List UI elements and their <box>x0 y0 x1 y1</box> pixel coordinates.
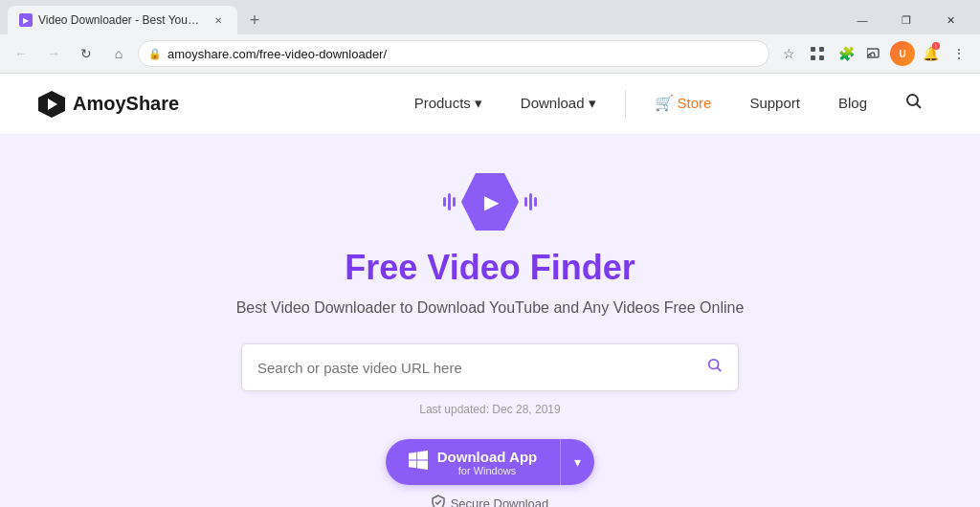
download-button-group: Download App for Windows ▾ <box>386 439 594 485</box>
hero-icon-group: ▶ <box>443 173 537 231</box>
search-icon <box>905 93 923 113</box>
tab-favicon: ▶ <box>19 13 33 27</box>
browser-chrome: ▶ Video Downloader - Best YouTu... ✕ + —… <box>0 0 980 74</box>
tab-close-button[interactable]: ✕ <box>211 12 226 28</box>
search-submit-icon[interactable] <box>707 358 723 377</box>
wave-bar-5 <box>529 193 532 210</box>
products-arrow-icon: ▾ <box>475 95 482 112</box>
wave-left <box>443 193 456 210</box>
search-bar[interactable] <box>241 343 739 391</box>
nav-separator <box>625 90 626 119</box>
support-label: Support <box>749 95 800 111</box>
download-arrow-icon: ▾ <box>589 95 596 112</box>
logo-text: AmoyShare <box>73 93 179 115</box>
svg-line-9 <box>917 104 922 109</box>
store-label: Store <box>678 95 712 111</box>
menu-icon[interactable]: ⋮ <box>946 40 972 67</box>
wave-bar-2 <box>448 193 451 210</box>
store-link[interactable]: 🛒 Store <box>635 74 731 135</box>
tab-bar: ▶ Video Downloader - Best YouTu... ✕ + —… <box>0 0 980 34</box>
url-text: amoyshare.com/free-video-downloader/ <box>167 47 759 61</box>
cart-icon: 🛒 <box>655 94 674 112</box>
dropdown-arrow-icon: ▾ <box>574 454 581 470</box>
wave-right <box>524 193 537 210</box>
profile-icon[interactable]: U <box>890 41 915 66</box>
nav-links: Products ▾ Download ▾ 🛒 Store Support Bl… <box>395 74 942 135</box>
svg-line-11 <box>717 367 721 371</box>
svg-point-10 <box>709 360 719 369</box>
products-menu[interactable]: Products ▾ <box>395 74 501 135</box>
cast-icon[interactable] <box>861 40 888 67</box>
download-sub-label: for Windows <box>437 465 537 476</box>
blog-link[interactable]: Blog <box>819 74 886 135</box>
forward-button[interactable]: → <box>40 40 67 67</box>
play-triangle-icon: ▶ <box>484 190 499 213</box>
download-label: Download <box>521 95 585 111</box>
shield-icon <box>432 495 445 507</box>
page-content: AmoyShare Products ▾ Download ▾ 🛒 Store … <box>0 74 980 507</box>
svg-rect-1 <box>819 47 824 52</box>
logo[interactable]: AmoyShare <box>38 91 179 118</box>
lock-icon: 🔒 <box>148 48 162 60</box>
svg-rect-2 <box>811 55 815 60</box>
download-btn-text: Download App for Windows <box>437 449 537 476</box>
wave-bar-1 <box>443 197 446 207</box>
wave-bar-4 <box>524 197 527 207</box>
extensions-icon[interactable]: 🧩 <box>833 40 859 67</box>
toolbar-icons: ☆ 🧩 U 🔔 ! <box>775 40 972 67</box>
notifications-icon[interactable]: 🔔 ! <box>917 40 944 67</box>
play-hexagon-icon: ▶ <box>461 173 519 231</box>
hero-subtitle: Best Video Downloader to Download YouTub… <box>236 299 745 317</box>
extensions-grid-icon[interactable] <box>804 40 831 67</box>
last-updated-text: Last updated: Dec 28, 2019 <box>419 403 560 416</box>
home-button[interactable]: ⌂ <box>105 40 132 67</box>
secure-text: Secure Download <box>451 496 549 507</box>
search-input[interactable] <box>257 360 707 376</box>
search-nav-icon[interactable] <box>886 74 942 135</box>
download-main-button[interactable]: Download App for Windows <box>386 439 560 485</box>
wave-bar-6 <box>534 197 537 207</box>
refresh-button[interactable]: ↻ <box>73 40 100 67</box>
windows-icon <box>409 451 428 474</box>
hero-section: ▶ Free Video Finder Best Video Downloade… <box>0 135 980 507</box>
logo-icon <box>38 91 65 118</box>
address-bar[interactable]: 🔒 amoyshare.com/free-video-downloader/ <box>138 40 769 67</box>
bookmark-icon[interactable]: ☆ <box>775 40 802 67</box>
download-main-label: Download App <box>437 449 537 465</box>
svg-rect-0 <box>811 47 815 52</box>
address-bar-row: ← → ↻ ⌂ 🔒 amoyshare.com/free-video-downl… <box>0 34 980 73</box>
download-dropdown-button[interactable]: ▾ <box>560 439 594 485</box>
window-controls: — ❐ ✕ <box>840 3 972 37</box>
secure-badge: Secure Download <box>432 495 549 507</box>
support-link[interactable]: Support <box>730 74 819 135</box>
site-nav: AmoyShare Products ▾ Download ▾ 🛒 Store … <box>0 74 980 135</box>
close-button[interactable]: ✕ <box>928 3 972 37</box>
maximize-button[interactable]: ❐ <box>884 3 928 37</box>
hero-title: Free Video Finder <box>345 248 635 288</box>
minimize-button[interactable]: — <box>840 3 884 37</box>
wave-bar-3 <box>453 197 456 207</box>
new-tab-button[interactable]: + <box>241 7 268 33</box>
back-button[interactable]: ← <box>8 40 34 67</box>
active-tab[interactable]: ▶ Video Downloader - Best YouTu... ✕ <box>8 6 237 34</box>
blog-label: Blog <box>838 95 867 111</box>
download-menu[interactable]: Download ▾ <box>501 74 615 135</box>
products-label: Products <box>414 95 471 111</box>
svg-point-8 <box>907 95 918 105</box>
svg-rect-3 <box>819 55 824 60</box>
tab-title: Video Downloader - Best YouTu... <box>38 13 205 27</box>
